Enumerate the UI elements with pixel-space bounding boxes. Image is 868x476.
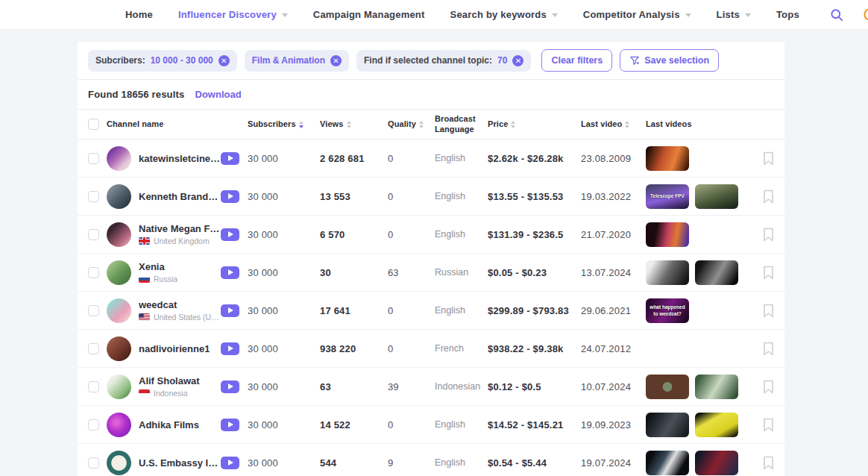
- quality-value: 0: [388, 305, 435, 316]
- sort-views[interactable]: [347, 121, 351, 128]
- video-thumbnail[interactable]: Telescope FPV: [646, 184, 689, 209]
- bookmark-icon[interactable]: [763, 380, 774, 394]
- search-icon[interactable]: [829, 7, 844, 22]
- last-video-date: 24.07.2012: [581, 343, 646, 354]
- last-videos-thumbs: [646, 413, 750, 437]
- nav-item-campaign-management[interactable]: Campaign Management: [313, 9, 425, 20]
- video-thumbnail[interactable]: [646, 413, 689, 437]
- bookmark-icon[interactable]: [763, 266, 774, 280]
- youtube-link-icon[interactable]: [221, 266, 239, 279]
- channel-cell[interactable]: nadlivoirienne1: [107, 336, 221, 361]
- tokens-balance[interactable]: 50 tokens: [864, 8, 868, 21]
- channel-cell[interactable]: Adhika Films: [107, 413, 221, 437]
- nav-item-competitor-analysis[interactable]: Competitor Analysis: [583, 9, 691, 20]
- video-thumbnail[interactable]: [695, 413, 738, 437]
- last-videos-thumbs: [646, 260, 750, 285]
- price-value: $0.12 - $0.5: [488, 381, 581, 392]
- select-all-checkbox[interactable]: [88, 119, 99, 130]
- table-header: Channel name Subscribers Views Quality B…: [78, 110, 784, 140]
- row-checkbox[interactable]: [88, 419, 99, 430]
- col-views: Views: [320, 119, 388, 129]
- nav-item-home[interactable]: Home: [125, 9, 153, 20]
- table-row: nadlivoirienne1 30 000 938 220 0 French …: [78, 330, 784, 368]
- video-thumbnail[interactable]: [646, 375, 689, 399]
- bookmark-icon[interactable]: [763, 228, 774, 242]
- filter-chip-label: Find if selected channel topic:: [364, 55, 492, 66]
- price-value: $13.55 - $135.53: [488, 191, 581, 202]
- video-thumbnail[interactable]: [646, 260, 689, 285]
- filter-chip: Subcribers: 10 000 - 30 000 ✕: [88, 50, 237, 72]
- channel-cell[interactable]: Xenia Russia: [107, 260, 221, 285]
- row-checkbox[interactable]: [88, 381, 99, 392]
- channel-cell[interactable]: U.S. Embassy India: [107, 451, 221, 475]
- nav-item-influencer-discovery[interactable]: Influencer Discovery: [178, 9, 288, 20]
- sort-quality[interactable]: [419, 121, 424, 128]
- youtube-link-icon[interactable]: [221, 381, 239, 393]
- video-thumbnail[interactable]: [646, 146, 689, 171]
- bookmark-icon[interactable]: [763, 342, 774, 356]
- country-label: Russia: [154, 275, 177, 284]
- video-thumbnail[interactable]: [646, 451, 689, 475]
- channel-cell[interactable]: weedcat United States (USA): [107, 298, 221, 323]
- youtube-link-icon[interactable]: [221, 457, 239, 469]
- bookmark-icon[interactable]: [763, 418, 774, 432]
- sort-last-video[interactable]: [625, 121, 629, 128]
- channel-cell[interactable]: Alif Sholawat Indonesia: [107, 375, 221, 399]
- youtube-link-icon[interactable]: [221, 152, 239, 165]
- table-row: weedcat United States (USA) 30 000 17 64…: [78, 292, 784, 330]
- last-video-date: 21.07.2020: [581, 229, 646, 240]
- row-checkbox[interactable]: [88, 153, 99, 164]
- channel-name: Adhika Films: [139, 419, 199, 430]
- download-link[interactable]: Download: [195, 89, 242, 100]
- remove-filter-icon[interactable]: ✕: [330, 55, 342, 66]
- video-thumbnail[interactable]: [646, 222, 689, 247]
- video-thumbnail[interactable]: [695, 184, 738, 209]
- chevron-down-icon: [745, 13, 751, 17]
- video-thumbnail[interactable]: what happened to weedcat?: [646, 298, 689, 323]
- bookmark-icon[interactable]: [763, 304, 774, 318]
- sort-price[interactable]: [511, 121, 515, 128]
- filter-chips: Subcribers: 10 000 - 30 000 ✕ Film & Ani…: [88, 50, 531, 72]
- bookmark-icon[interactable]: [763, 151, 774, 166]
- channel-cell[interactable]: Kenneth Brandon -...: [107, 184, 221, 209]
- results-summary-bar: Found 18656 results Download: [78, 80, 784, 110]
- video-thumbnail[interactable]: [695, 451, 738, 475]
- language-value: English: [435, 153, 488, 163]
- clear-filters-button[interactable]: Clear filters: [541, 49, 612, 72]
- video-thumbnail[interactable]: [695, 375, 738, 399]
- bookmark-icon[interactable]: [763, 190, 774, 204]
- chevron-down-icon: [685, 13, 691, 17]
- row-checkbox[interactable]: [88, 191, 99, 202]
- table-row: Adhika Films 30 000 14 522 0 English $14…: [78, 406, 784, 444]
- price-value: $0.54 - $5.44: [488, 457, 581, 469]
- video-thumbnail[interactable]: [695, 260, 738, 285]
- youtube-link-icon[interactable]: [221, 228, 239, 241]
- filter-chip-value: Film & Animation: [252, 55, 325, 66]
- bookmark-icon[interactable]: [763, 456, 774, 470]
- row-checkbox[interactable]: [88, 457, 99, 469]
- youtube-link-icon[interactable]: [221, 419, 239, 431]
- sort-subscribers[interactable]: [299, 121, 304, 128]
- row-checkbox[interactable]: [88, 305, 99, 316]
- avatar: [107, 336, 131, 361]
- channel-name: Native Megan Fox: [139, 223, 221, 234]
- remove-filter-icon[interactable]: ✕: [218, 55, 230, 66]
- subscribers-value: 30 000: [248, 191, 320, 202]
- youtube-link-icon[interactable]: [221, 190, 239, 203]
- youtube-link-icon[interactable]: [221, 342, 239, 355]
- row-checkbox[interactable]: [88, 343, 99, 354]
- save-selection-button[interactable]: Save selection: [620, 49, 719, 72]
- save-selection-label: Save selection: [644, 55, 709, 66]
- nav-item-lists[interactable]: Lists: [717, 9, 751, 20]
- row-checkbox[interactable]: [88, 267, 99, 278]
- subscribers-value: 30 000: [248, 305, 320, 316]
- row-checkbox[interactable]: [88, 229, 99, 240]
- language-value: French: [435, 343, 488, 354]
- nav-item-tops[interactable]: Tops: [776, 9, 799, 20]
- channel-cell[interactable]: Native Megan Fox United Kingdom: [107, 222, 221, 247]
- remove-filter-icon[interactable]: ✕: [512, 55, 523, 66]
- youtube-link-icon[interactable]: [221, 304, 239, 317]
- nav-item-search-by-keywords[interactable]: Search by keywords: [450, 9, 558, 20]
- table-row: Alif Sholawat Indonesia 30 000 63 39 Ind…: [78, 368, 784, 406]
- channel-cell[interactable]: katewinsletcinema: [107, 146, 221, 171]
